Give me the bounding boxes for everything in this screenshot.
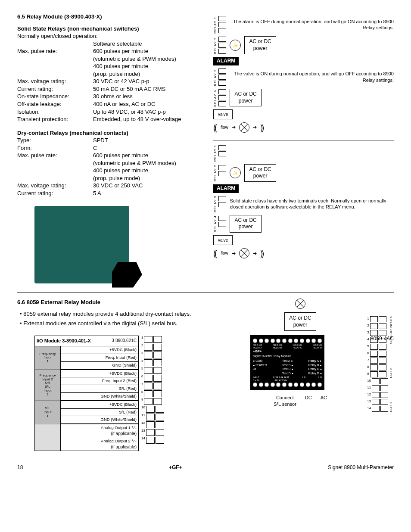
relay-1-label: RELAY 1 [213,145,218,162]
io-module-part: 3-8900.621C [112,338,137,344]
term-num: 1 [141,336,143,343]
spec-value: 30 ohms or less [93,93,198,100]
power-box: AC or DC power [284,312,316,330]
section-6-6-right: AC or DC power NC C NO RELAY A NC C NO R… [207,299,394,451]
term-num: 8 [141,390,143,398]
io-group-3-label: S³L Input 1 [35,401,61,424]
arrow-icon: ➔ [253,250,257,256]
term-num: 12 [141,421,145,429]
ss-note: Solid state relays have only two termina… [230,198,394,210]
alarm-off-note: The alarm is OFF during normal operation… [230,19,394,31]
io-signal: GND (Shield) [61,362,138,370]
ss-relay-3-terminals [218,196,226,212]
lamp-icon [295,299,305,309]
io-signal: Analog Output 2 [101,439,131,443]
term-num: 13 [367,399,371,404]
term-num: 3 [367,330,369,335]
connect-label: Connect S³L sensor [274,395,296,408]
pipe-icon: ⸩ [260,122,264,133]
spec-label [17,62,90,70]
spec-label: Form: [17,144,90,152]
module-name: Signet 3-8059 Relay Module [253,354,322,358]
term-num: 5 [141,367,143,374]
term-num: 13 [141,429,145,436]
lamp-icon: ✨ [230,167,241,178]
spec-value: (prop. pulse mode) [93,70,198,78]
module-com: COM [255,359,262,362]
relay-module-illustration [34,206,129,283]
valve-on-note: The valve is ON during normal operation,… [230,71,394,83]
term-num: 10 [367,379,371,383]
relay-top-label: NC C NO RELAY D [313,344,322,350]
module-brand: +GF+ [253,349,322,354]
page-number: 18 [17,464,23,471]
relay-4-terminals [218,89,226,107]
footer-doc-title: Signet 8900 Multi-Parameter [328,464,394,471]
io-signal: S³L (Red) [61,409,138,417]
solid-state-title: Solid State Relays (non-mechanical switc… [17,25,198,33]
ss-relay-2-terminals [218,165,226,181]
page-footer: 18 +GF+ Signet 8900 Multi-Parameter [17,464,394,471]
relay-label: Relay C [308,367,319,370]
term-num: 11 [141,413,145,421]
test-label: Test B [282,364,290,367]
io-signal: S³L (Red) [61,385,138,393]
alarm-tag: ALARM [213,184,239,193]
spec-value: (volumetric pulse & PWM modes) [93,159,198,167]
ss-relay-1-terminals [218,145,226,162]
out2-label: OUT 2 [389,368,394,378]
relay-3-label: RELAY 3 [213,196,218,212]
pipe-icon: ⸨ [213,122,217,133]
spec-value: (volumetric pulse & PWM modes) [93,55,198,63]
module-bottom-label: L N [302,376,306,382]
dry-contact-spec-table: Type:SPDT Form:C Max. pulse rate:600 pul… [17,137,198,197]
dry-contact-title: Dry-contact Relays (mechanical contacts) [17,129,198,137]
io-signal-note: (if applicable) [111,431,137,436]
spec-label [17,159,90,167]
io-signal: +5VDC (Black) [61,370,138,378]
section-6-6-left: 6.6 8059 External Relay Module 8059 exte… [17,299,198,451]
valve-label: valve [213,235,233,245]
valve-label: valve [213,109,233,119]
spec-value: 400 nA or less, AC or DC [93,100,198,108]
section-6-6: 6.6 8059 External Relay Module 8059 exte… [17,292,394,451]
section-6-5-specs: 6.5 Relay Module (3-8900.403-X) Solid St… [17,13,198,288]
spec-label: Current rating: [17,190,90,197]
bullet-2: External modules are controlled via the … [26,320,198,327]
spec-value: Up to 48 VDC, or 48 VAC p-p [93,108,198,116]
module-bottom-label: INPUT 5 + SH [253,376,259,382]
spec-label: Off-state leakage: [17,100,90,108]
spec-value: 600 pulses per minute [93,152,198,159]
solid-state-spec-table: Software selectable Max. pulse rate:600 … [17,40,198,123]
spec-label [17,70,90,78]
valve-icon [239,248,249,258]
spec-value: 400 pulses per minute [93,167,198,174]
spec-value: 50 mA DC or 50 mA AC RMS [93,85,198,93]
arrow-icon: ➔ [232,250,236,256]
module-bottom-label: FUSE 2.0A FAST RELAY 250V [273,376,290,382]
external-relay-module: NC C NO RELAY A NC C NO RELAY B NC C NO … [250,335,324,391]
ac-label: AC [321,395,327,408]
spec-value: 30 VDC or 42 VAC p-p [93,78,198,85]
bullet-1: 8059 external relay modules provide 4 ad… [26,310,198,318]
io-group-2-label: Frequency Input 2 OR S³L Input 2 [35,370,61,401]
spec-value: Embedded, up to 48 V over-voltage [93,115,198,123]
right-terminal-strip: 1 2 3 4 5 6 7 8 9 10 11 12 13 14 SENSOR … [367,316,394,412]
out1-label: OUT 1 [389,402,394,412]
spec-value: Software selectable [93,40,198,48]
term-num: 7 [367,358,369,363]
io-signal: +5VDC (Black) [61,346,138,354]
term-num: 2 [367,324,369,328]
test-label: Test A [282,359,290,362]
page: 6.5 Relay Module (3-8900.403-X) Solid St… [17,13,394,471]
term-num: 6 [367,351,369,356]
term-num: 3 [141,351,143,359]
sensor-inputs-label: SENSOR INPUTS [389,316,394,344]
pipe-icon: ⸩ [260,248,264,259]
relay-3-label: RELAY 3 [213,68,218,86]
relay-label: Relay A [308,359,319,362]
heading-6-6: 6.6 8059 External Relay Module [17,299,198,306]
flow-label: flow [221,250,228,256]
spec-value: C [93,144,198,152]
section-6-5-diagrams: RELAY 1 The alarm is OFF during normal o… [207,13,394,288]
